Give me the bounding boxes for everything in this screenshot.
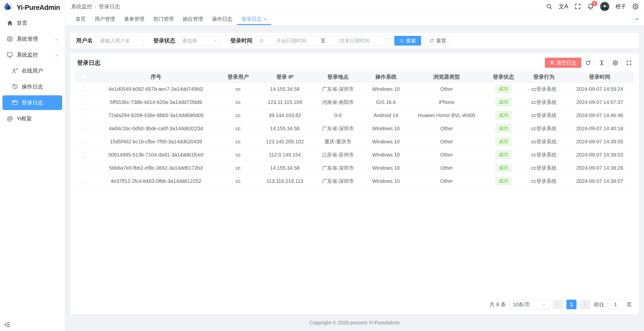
login-log-card: 登录日志 清空日志 <box>70 53 639 314</box>
row-checkbox[interactable] <box>82 126 86 131</box>
cell-user: cc <box>219 122 257 135</box>
row-checkbox[interactable] <box>82 153 86 157</box>
window-log-icon <box>12 99 18 106</box>
pagination-total: 共 8 条 <box>490 301 506 308</box>
sidebar-item-home[interactable]: 首页 <box>3 16 62 30</box>
cell-os: Windows 10 <box>363 148 409 161</box>
sidebar-item-system-monitor[interactable]: 系统监控 <box>3 48 62 62</box>
table-row: 72afa294-8209-438e-8bb5-3a14dd690d05 cc … <box>75 109 634 122</box>
status-badge: 成功 <box>496 164 511 172</box>
select-all-checkbox[interactable] <box>82 75 86 79</box>
logo[interactable]: Yi-PureAdmin <box>0 0 65 15</box>
tab-menu-mgmt[interactable]: 菜单管理 <box>120 13 149 25</box>
end-date-input[interactable]: 结束日期时间 <box>327 37 383 44</box>
row-checkbox[interactable] <box>82 179 86 184</box>
breadcrumb-item: 登录日志 <box>99 3 120 10</box>
tab-user-mgmt[interactable]: 用户管理 <box>90 13 120 25</box>
cell-status: 成功 <box>485 82 522 96</box>
cell-os: Windows 10 <box>363 82 409 96</box>
table-row: 15d5f402-bc1b-cfbe-7f95-3a14dd620439 cc … <box>75 135 634 148</box>
login-log-table: 序号 登录用户 登录 IP 登录地点 操作系统 浏览器类型 登录状态 登录行为 … <box>75 71 634 188</box>
page-size-select[interactable]: 10条/页 <box>510 300 549 309</box>
row-checkbox[interactable] <box>82 166 86 170</box>
table-row: 4e1d0549-b092-657b-aec7-3a14dd749fd2 cc … <box>75 82 634 96</box>
translate-icon[interactable]: 文A <box>559 3 568 10</box>
time-form-item: 登录时间 开始日期时间 至 结束日期时间 <box>230 36 386 46</box>
status-badge: 成功 <box>496 124 511 133</box>
row-checkbox[interactable] <box>82 100 86 105</box>
cell-uuid: 5ff5536c-738b-4d14-620a-3a14dd72fdd9 <box>93 96 219 109</box>
breadcrumb: 系统监控 / 登录日志 <box>71 3 120 10</box>
search-button[interactable]: 搜索 <box>394 36 421 46</box>
refresh-icon[interactable] <box>585 60 591 66</box>
header-login-user: 登录用户 <box>219 71 257 82</box>
next-page-button[interactable] <box>580 300 590 309</box>
cell-status: 成功 <box>485 135 522 148</box>
cell-os: iOS 16.6 <box>363 96 409 109</box>
avatar[interactable] <box>600 2 609 11</box>
sidebar-item-online-users[interactable]: 在线用户 <box>3 63 62 78</box>
tab-actions-dropdown[interactable] <box>634 13 644 25</box>
status-badge: 成功 <box>496 177 511 185</box>
cell-behavior: cc登录系统 <box>522 96 565 109</box>
table-fullscreen-icon[interactable] <box>626 60 632 66</box>
column-settings-gear-icon[interactable] <box>612 60 618 66</box>
top-navbar: 系统监控 / 登录日志 文A 7 <box>65 0 644 13</box>
username-input[interactable] <box>96 36 144 46</box>
fullscreen-icon[interactable] <box>574 3 581 10</box>
start-date-input[interactable]: 开始日期时间 <box>264 37 319 44</box>
prev-page-button[interactable] <box>553 300 563 309</box>
tab-dept-mgmt[interactable]: 部门管理 <box>149 13 178 25</box>
reset-button[interactable]: 重置 <box>425 36 451 46</box>
cell-location: 重庆-重庆市 <box>313 135 363 148</box>
tab-close-icon[interactable]: × <box>264 16 267 22</box>
cell-location: 河南省-南阳市 <box>313 96 363 109</box>
tab-home[interactable]: 首页 <box>71 13 90 25</box>
sidebar-item-label: 系统监控 <box>17 51 38 58</box>
cell-user: cc <box>219 161 257 174</box>
page-number-current[interactable]: 1 <box>566 300 577 309</box>
header-login-behavior: 登录行为 <box>522 71 565 82</box>
row-checkbox[interactable] <box>82 87 86 92</box>
username[interactable]: 橙子 <box>615 3 626 10</box>
main-column: 系统监控 / 登录日志 文A 7 <box>65 0 644 331</box>
clear-logs-button[interactable]: 清空日志 <box>545 58 581 68</box>
notification-bell-icon[interactable]: 7 <box>587 3 594 10</box>
search-icon[interactable] <box>546 3 553 10</box>
settings-gear-icon[interactable] <box>632 3 639 10</box>
time-label: 登录时间 <box>230 37 252 45</box>
table-row: 5ff5536c-738b-4d14-620a-3a14dd72fdd9 cc … <box>75 96 634 109</box>
tabs: 首页 用户管理 菜单管理 部门管理 岗位管理 操作日志 登录日志 × <box>65 13 271 25</box>
tab-post-mgmt[interactable]: 岗位管理 <box>178 13 208 25</box>
status-select[interactable]: 请选择 <box>179 36 221 46</box>
tab-login-logs[interactable]: 登录日志 × <box>237 13 271 25</box>
sidebar-item-login-logs[interactable]: 登录日志 <box>3 95 62 110</box>
sidebar-item-yi-framework[interactable]: @ Yi框架 <box>3 111 62 126</box>
header-serial: 序号 <box>93 71 219 82</box>
breadcrumb-item[interactable]: 系统监控 <box>71 3 92 10</box>
cell-status: 成功 <box>485 148 522 161</box>
cell-behavior: cc登录系统 <box>522 174 565 188</box>
cell-ip: 39.144.103.82 <box>257 109 313 122</box>
sidebar-menu: 首页 系统管理 <box>0 15 65 318</box>
menu-fold-icon[interactable] <box>4 321 11 328</box>
home-icon <box>7 20 13 26</box>
row-checkbox[interactable] <box>82 113 86 118</box>
cell-ip: 112.0.149.154 <box>257 148 313 161</box>
cell-os: Windows 10 <box>363 122 409 135</box>
sidebar-item-operation-logs[interactable]: 操作日志 <box>3 79 62 94</box>
card-title: 登录日志 <box>77 59 100 67</box>
sidebar-item-label: 首页 <box>17 19 27 27</box>
cell-uuid: 72afa294-8209-438e-8bb5-3a14dd690d05 <box>93 109 219 122</box>
user-voice-icon <box>12 68 18 74</box>
cell-time: 2024-09-07 14:40:18 <box>565 122 634 135</box>
goto-page-input[interactable] <box>608 300 623 309</box>
row-checkbox[interactable] <box>82 140 86 144</box>
topbar-actions: 文A 7 橙子 <box>546 2 639 11</box>
date-range-picker[interactable]: 开始日期时间 至 结束日期时间 <box>256 36 386 46</box>
sidebar-item-system-mgmt[interactable]: 系统管理 <box>3 32 62 46</box>
density-icon[interactable] <box>599 60 605 66</box>
notification-badge: 7 <box>592 1 597 6</box>
cell-behavior: cc登录系统 <box>522 109 565 122</box>
tab-operation-logs[interactable]: 操作日志 <box>208 13 237 25</box>
